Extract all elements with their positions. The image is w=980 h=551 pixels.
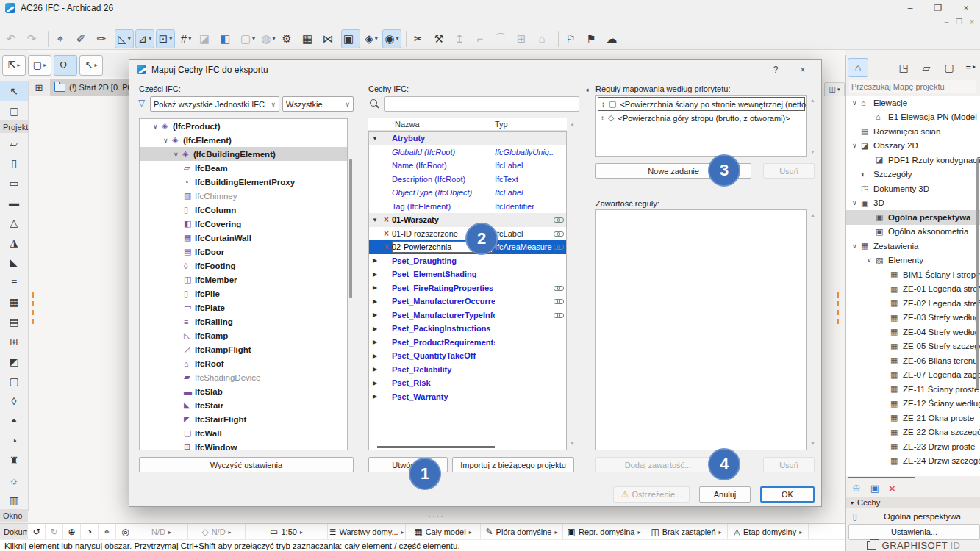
ifc-property-row[interactable]: ▶ Pset_Risk: [369, 376, 566, 390]
project-map-item[interactable]: ▦ ZE-06 Bilans terenu: [846, 353, 980, 368]
ifc-property-row[interactable]: ▶ Pset_Reliability: [369, 363, 566, 377]
ifc-tree-item[interactable]: ◺ IfcRamp: [140, 328, 347, 342]
toolbar-button[interactable]: ⚒ ▾: [432, 29, 451, 48]
project-map-item[interactable]: ⌂ E1 Elewacja PN (Model - prz: [846, 110, 980, 125]
expander-icon[interactable]: ▶: [369, 271, 381, 278]
project-map-item[interactable]: ▦ ZE-04 Strefy według kondy: [846, 325, 980, 339]
toolbar-button[interactable]: ⋈ ▾: [321, 29, 340, 48]
chevron-icon[interactable]: ∨: [852, 99, 861, 107]
project-map-item[interactable]: ▤ Rozwinięcia ścian: [846, 124, 980, 139]
add-content-button[interactable]: Dodaj zawartość...: [595, 457, 720, 472]
ifc-tree-item[interactable]: ◧ IfcCovering: [140, 217, 347, 231]
graphisoft-id-row[interactable]: GRAPHISOFT ID: [846, 539, 980, 551]
project-map-item[interactable]: ▦ ZE-05 Strefy szczegółowe: [846, 339, 980, 354]
toolbar-button[interactable]: ⊿ ▾: [135, 29, 154, 48]
quick-option-segment[interactable]: ◬ Etap domyślny ▸: [728, 524, 809, 540]
minimize-icon[interactable]: –: [896, 0, 924, 16]
quick-option-segment[interactable]: ▣ Repr. domyślna ▸: [563, 524, 645, 540]
tab-start-2d[interactable]: (!) Start 2D [0. P0]: [50, 79, 129, 96]
toolbox-tool[interactable]: ▬: [0, 192, 28, 212]
scroll-up-icon[interactable]: ▲: [810, 98, 815, 103]
parts-filter-select[interactable]: Pokaż wszystkie Jednostki IFC ∨: [150, 96, 279, 112]
ifc-property-row[interactable]: Tag (IfcElement) IfcIdentifier: [369, 200, 566, 214]
parts-tree-scrollbar[interactable]: [349, 159, 352, 298]
sidebar-view-button[interactable]: ⌂: [848, 58, 868, 77]
project-map-item[interactable]: ◐ Szczegóły: [846, 168, 980, 182]
quick-option-segment[interactable]: ▭ 1:50 ▸: [246, 524, 328, 540]
toolbar-button[interactable]: ⚙ ▾: [279, 29, 298, 48]
expander-icon[interactable]: ▶: [369, 257, 381, 264]
tab-overview-icon[interactable]: ⊞: [28, 79, 50, 96]
mapping-rule-item[interactable]: ↕ ▢ <Powierzchnia ściany po stronie wewn…: [598, 97, 805, 111]
ifc-property-row[interactable]: ▶ Pset_ProductRequirements: [369, 336, 566, 350]
toolbar-button[interactable]: ⊞ ▾: [514, 29, 533, 48]
ifc-property-row[interactable]: ObjectType (IfcObject) IfcLabel: [369, 186, 566, 200]
ok-button[interactable]: OK: [760, 486, 815, 503]
toolbar-button[interactable]: ▾: [406, 31, 407, 47]
project-map-item[interactable]: ▦ ZE-24 Drzwi szczegółowe: [846, 454, 980, 469]
ifc-property-row[interactable]: ▶ Pset_ElementShading: [369, 267, 566, 281]
expander-icon[interactable]: ▶: [369, 353, 381, 359]
clear-settings-button[interactable]: Wyczyść ustawienia: [139, 457, 354, 472]
scroll-down-icon[interactable]: ▼: [810, 149, 815, 154]
scroll-down-icon[interactable]: ▼: [810, 441, 815, 446]
ifc-property-row[interactable]: ▼ × 01-Warszaty: [369, 213, 566, 227]
toolbox-tool[interactable]: △: [0, 212, 28, 232]
project-map-item[interactable]: ▦ ZE-02 Legenda stref pożar: [846, 296, 980, 311]
delete-view-icon[interactable]: ×: [889, 482, 895, 494]
selection-tool-button[interactable]: Ω ▸: [54, 55, 77, 76]
ifc-tree-item[interactable]: ◿ IfcRampFlight: [140, 342, 347, 356]
ifc-property-row[interactable]: ▶ Pset_ManufacturerTypeInformat...: [369, 309, 566, 323]
toolbox-tool[interactable]: ◩: [0, 351, 28, 371]
ifc-tree-item[interactable]: ∨ ◈ (IfcProduct): [140, 119, 347, 133]
settings-button[interactable]: Ustawienia...: [848, 524, 980, 540]
child-close-icon[interactable]: ×: [970, 18, 974, 26]
ifc-tree-item[interactable]: ∨ ◈ (IfcElement): [140, 133, 347, 147]
cancel-button[interactable]: Anuluj: [699, 486, 751, 503]
sidebar-scrollbar[interactable]: [976, 158, 979, 389]
right-pane-drag-handle[interactable]: [837, 292, 839, 325]
project-map-item[interactable]: ▦ BIM1 Ściany i stropy: [846, 267, 980, 282]
props-hscrollbar[interactable]: [377, 446, 495, 448]
ifc-tree-item[interactable]: ≡ IfcRailing: [140, 314, 347, 328]
ifc-tree-item[interactable]: ▢ IfcWall: [140, 426, 347, 440]
open-panel-icon[interactable]: ▣: [870, 483, 879, 494]
expander-icon[interactable]: ▼: [369, 135, 381, 142]
project-map-item[interactable]: ▦ ZE-21 Okna proste: [846, 411, 980, 425]
toolbox-tool[interactable]: ◊: [0, 391, 28, 411]
toolbox-tool[interactable]: ⊞: [0, 331, 28, 351]
toolbox-tool[interactable]: ▯: [0, 153, 28, 173]
ifc-tree-item[interactable]: ▬ IfcSlab: [140, 384, 347, 398]
project-map-item[interactable]: ∨ ▦ Zestawienia: [846, 239, 980, 253]
ifc-property-row[interactable]: ▶ Pset_Warranty: [369, 390, 566, 404]
ifc-tree-item[interactable]: ∨ ◈ (IfcBuildingElement): [140, 147, 347, 161]
toolbar-button[interactable]: ◧ ▾: [218, 29, 237, 48]
toolbar-button[interactable]: ✐ ▾: [74, 29, 93, 48]
toolbar-button[interactable]: ↷ ▾: [24, 29, 43, 48]
ifc-tree-item[interactable]: ⊞ IfcWindow: [140, 440, 347, 450]
column-typ[interactable]: Typ: [495, 120, 567, 129]
expander-icon[interactable]: ▶: [369, 339, 381, 345]
quick-option-segment[interactable]: ◔: [81, 524, 99, 540]
quick-option-segment[interactable]: N/D ▸: [135, 524, 188, 540]
chevron-icon[interactable]: ∨: [163, 137, 172, 144]
toolbox-tool[interactable]: ▢: [0, 371, 28, 391]
project-map-item[interactable]: ▣ Ogólna perspektywa: [846, 210, 980, 225]
mapping-rule-item[interactable]: ↕ ◇ <Powierzchnia góry stropu (brutto, z…: [598, 111, 805, 125]
toolbar-button[interactable]: # ▾: [176, 29, 196, 48]
ifc-tree-item[interactable]: ⌂ IfcRoof: [140, 356, 347, 370]
ifc-tree-item[interactable]: ▱ IfcBeam: [140, 161, 347, 175]
close-icon[interactable]: ×: [952, 0, 980, 16]
toolbar-button[interactable]: ▾: [558, 31, 559, 47]
import-button[interactable]: Importuj z bieżącego projektu: [452, 457, 574, 472]
panel-mini-button[interactable]: ◫ ▾: [824, 82, 845, 96]
delete-x-icon[interactable]: ×: [381, 228, 392, 239]
ifc-property-row[interactable]: Description (IfcRoot) IfcText: [369, 173, 566, 187]
project-map-item[interactable]: ▦ ZE-22 Okna szczegółowe: [846, 425, 980, 440]
selection-tool-button[interactable]: ↖ ▸: [79, 55, 103, 76]
props-search-input[interactable]: [384, 96, 579, 112]
ifc-property-row[interactable]: ▶ Pset_QuantityTakeOff: [369, 349, 566, 363]
expander-icon[interactable]: ▶: [369, 325, 381, 332]
project-map-item[interactable]: ∨ ▣ 3D: [846, 196, 980, 211]
toolbox-tool[interactable]: ◓: [0, 411, 28, 431]
